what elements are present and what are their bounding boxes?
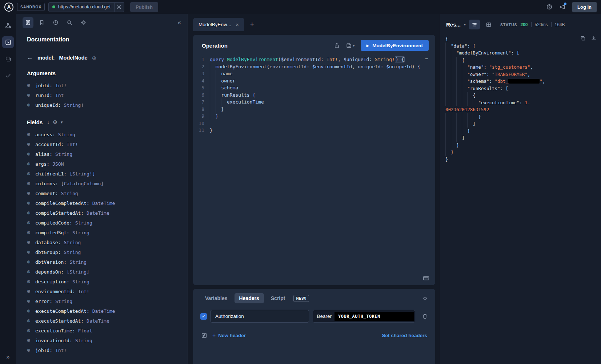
field-type[interactable]: String: [58, 132, 75, 137]
field-type[interactable]: String: [75, 338, 92, 343]
field-type[interactable]: String: [75, 220, 92, 226]
doc-field-row[interactable]: ⊕dbtGroup:String: [27, 247, 177, 257]
save-operation-button[interactable]: ▾: [346, 43, 355, 49]
login-button[interactable]: Log in: [572, 2, 597, 12]
add-to-query-icon[interactable]: ⊕: [27, 93, 30, 98]
doc-field-row[interactable]: ⊕columns:[CatalogColumn]: [27, 179, 177, 189]
doc-field-row[interactable]: ⊕runId:Int: [27, 90, 177, 100]
add-to-query-icon[interactable]: ⊕: [27, 289, 30, 294]
add-to-query-icon[interactable]: ⊕: [27, 171, 30, 177]
add-to-query-icon[interactable]: ⊕: [27, 230, 30, 235]
breadcrumb-type[interactable]: ModelNode: [59, 55, 88, 61]
collapse-docs-button[interactable]: «: [178, 19, 181, 26]
doc-field-row[interactable]: ⊕compiledSql:String: [27, 228, 177, 238]
history-button[interactable]: [50, 17, 61, 28]
field-type[interactable]: String: [64, 240, 81, 245]
tab-headers[interactable]: Headers: [235, 293, 264, 303]
set-shared-headers-link[interactable]: Set shared headers: [382, 333, 427, 338]
field-type[interactable]: Int: [55, 93, 64, 98]
header-value-input[interactable]: Bearer YOUR_AUTH_TOKEN: [313, 310, 415, 323]
doc-field-row[interactable]: ⊕compileStartedAt:DateTime: [27, 208, 177, 218]
field-type[interactable]: String: [55, 299, 72, 304]
publish-button[interactable]: Publish: [130, 2, 158, 12]
add-to-query-icon[interactable]: ⊕: [27, 151, 30, 157]
add-to-query-icon[interactable]: ⊕: [27, 318, 30, 324]
add-to-query-icon[interactable]: ⊕: [27, 132, 30, 137]
save-caret-icon[interactable]: ▾: [353, 44, 355, 48]
add-to-query-icon[interactable]: ⊕: [27, 279, 30, 284]
add-to-query-icon[interactable]: ⊕: [27, 338, 30, 343]
add-to-query-icon[interactable]: ⊕: [27, 83, 30, 88]
close-tab-icon[interactable]: ×: [236, 21, 239, 28]
field-type[interactable]: Int!: [67, 142, 78, 147]
nav-collections-button[interactable]: [2, 53, 14, 65]
field-type[interactable]: DateTime: [92, 308, 115, 314]
response-title[interactable]: Res...: [446, 21, 461, 28]
docs-tab-button[interactable]: [23, 17, 33, 28]
response-table-view-button[interactable]: [483, 20, 494, 29]
search-button[interactable]: [64, 17, 75, 28]
field-type[interactable]: DateTime: [87, 210, 109, 216]
field-type[interactable]: Int!: [78, 289, 89, 294]
field-type[interactable]: String: [72, 279, 89, 284]
doc-field-row[interactable]: ⊕environmentId:Int!: [27, 287, 177, 296]
field-type[interactable]: String: [61, 191, 78, 196]
add-to-query-icon[interactable]: ⊕: [27, 240, 30, 245]
response-tree-view-button[interactable]: [469, 20, 480, 29]
field-type[interactable]: DateTime: [92, 201, 115, 206]
field-type[interactable]: [String]: [67, 269, 89, 275]
add-to-query-icon[interactable]: ⊕: [27, 348, 30, 353]
add-to-query-icon[interactable]: ⊕: [27, 220, 30, 226]
doc-field-row[interactable]: ⊕compiledCode:String: [27, 218, 177, 228]
fields-options-chevron-icon[interactable]: ▾: [61, 120, 63, 125]
doc-field-row[interactable]: ⊕executionTime:Float: [27, 326, 177, 336]
doc-field-row[interactable]: ⊕error:String: [27, 296, 177, 306]
add-to-query-icon[interactable]: ⊕: [27, 328, 30, 333]
share-operation-button[interactable]: [334, 43, 340, 49]
field-type[interactable]: [CatalogColumn]: [61, 181, 104, 186]
collapse-panel-button[interactable]: [422, 295, 428, 301]
keyboard-shortcuts-button[interactable]: [423, 275, 429, 282]
add-to-query-icon[interactable]: ⊕: [27, 181, 30, 186]
nav-explorer-button[interactable]: [2, 36, 14, 48]
doc-field-row[interactable]: ⊕jobId:Int!: [27, 345, 177, 355]
download-response-button[interactable]: [591, 35, 597, 41]
add-to-query-icon[interactable]: ⊕: [27, 201, 30, 206]
announcements-button[interactable]: [558, 2, 567, 12]
back-arrow-icon[interactable]: ←: [27, 54, 33, 61]
field-type[interactable]: Int!: [55, 348, 67, 353]
doc-field-row[interactable]: ⊕alias:String: [27, 149, 177, 159]
delete-header-button[interactable]: [422, 313, 428, 319]
doc-field-row[interactable]: ⊕uniqueId:String!: [27, 100, 177, 110]
doc-field-row[interactable]: ⊕description:String: [27, 277, 177, 287]
field-type[interactable]: String: [72, 230, 89, 235]
field-type[interactable]: Float: [78, 328, 92, 333]
add-to-query-icon[interactable]: ⊕: [27, 102, 30, 108]
add-all-fields-icon[interactable]: ⊕: [53, 119, 57, 125]
doc-field-row[interactable]: ⊕dbtVersion:String: [27, 257, 177, 267]
doc-field-row[interactable]: ⊕invocationId:String: [27, 336, 177, 345]
header-enabled-checkbox[interactable]: ✓: [200, 313, 207, 320]
new-header-button[interactable]: + New header: [212, 332, 246, 339]
doc-field-row[interactable]: ⊕dependsOn:[String]: [27, 267, 177, 277]
add-to-query-icon[interactable]: ⊕: [27, 161, 30, 167]
field-type[interactable]: String: [55, 151, 72, 157]
help-button[interactable]: [545, 2, 554, 12]
add-to-query-icon[interactable]: ⊕: [27, 250, 30, 255]
field-type[interactable]: String: [69, 259, 87, 265]
doc-field-row[interactable]: ⊕jobId:Int!: [27, 81, 177, 90]
field-type[interactable]: String: [64, 250, 81, 255]
field-type[interactable]: Int!: [55, 83, 67, 88]
field-type[interactable]: String!: [64, 102, 84, 108]
add-to-query-icon[interactable]: ⊕: [27, 269, 30, 275]
tab-script[interactable]: Script: [266, 293, 290, 303]
add-to-query-icon[interactable]: ⊕: [27, 299, 30, 304]
field-type[interactable]: [String!]: [69, 171, 95, 177]
field-type[interactable]: JSON: [52, 161, 64, 167]
connection-settings-button[interactable]: [115, 2, 124, 12]
nav-checklist-button[interactable]: [2, 70, 14, 81]
tab-variables[interactable]: Variables: [200, 293, 232, 303]
doc-field-row[interactable]: ⊕database:String: [27, 238, 177, 247]
add-to-query-icon[interactable]: ⊕: [27, 142, 30, 147]
environment-variables-button[interactable]: [201, 332, 207, 339]
